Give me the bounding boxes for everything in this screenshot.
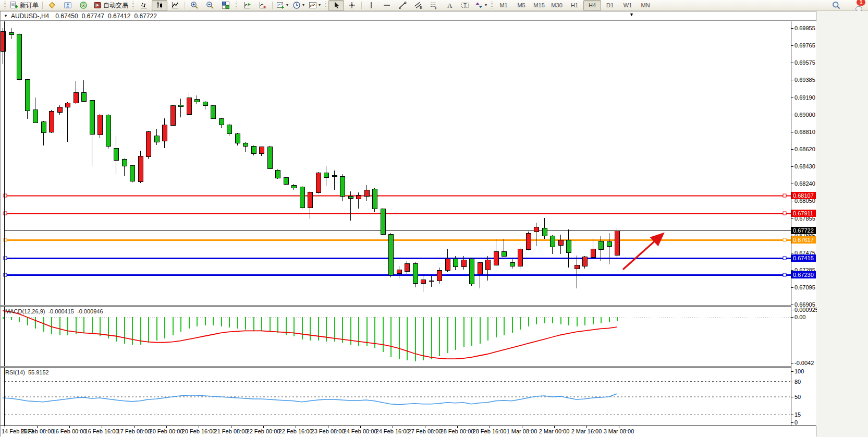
axis-tick [791,28,793,29]
signals-icon [79,1,88,9]
new-chart-button[interactable]: ▾ [274,0,290,11]
chart-shift-marker-icon[interactable]: ▼ [629,13,634,17]
time-label: 21 Feb 08:00 [214,428,248,434]
time-label: 24 Feb 00:00 [344,428,377,434]
timeframe-m15-button[interactable]: M15 [530,0,548,11]
search-button[interactable] [828,0,844,11]
ohlc-high: 0.67747 [82,13,104,20]
chart-bars-button[interactable] [136,0,152,11]
chart-candles-icon [155,1,164,9]
chevron-down-icon: ▾ [485,3,487,7]
horizontal-line-button[interactable] [379,0,395,11]
axis-tick [791,270,793,271]
macd-value-signal: -0.000946 [77,308,103,314]
ohlc-low: 0.67412 [108,13,130,20]
axis-tick-label: 100 [794,368,804,374]
time-label: 28 Feb 16:00 [473,428,507,434]
hline-price-badge: 0.67911 [791,210,816,217]
time-label: 1 Mar 08:00 [507,428,537,434]
new-order-label: 新订单 [20,1,39,10]
timeframe-w1-button[interactable]: W1 [619,0,637,11]
hline-0.67415[interactable] [4,257,791,260]
macd-name: MACD(12,26,9) [5,308,45,314]
timeframe-m5-button[interactable]: M5 [512,0,530,11]
market-gold-button[interactable] [44,0,60,11]
timeframe-m30-button[interactable]: M30 [548,0,566,11]
arrow-objects-button[interactable]: ▾ [473,0,489,11]
timeframe-h4-button[interactable]: H4 [583,0,601,11]
time-label: 20 Feb 16:00 [182,428,216,434]
time-axis[interactable]: 14 Feb 202315 Feb 08:0016 Feb 00:0016 Fe… [1,426,816,437]
time-label: 27 Feb 08:00 [408,428,442,434]
community-button[interactable] [60,0,76,11]
chart-shift-button[interactable] [239,0,255,11]
rsi-value: 55.9152 [28,369,49,375]
templates-button[interactable]: ▾ [307,0,323,11]
ohlc-open: 0.67450 [55,13,78,20]
trendline-button[interactable] [395,0,410,11]
templates-icon [309,1,317,9]
fibonacci-button[interactable]: F [426,0,442,11]
time-label: 16 Feb 16:00 [85,428,119,434]
timeframe-h1-button[interactable]: H1 [566,0,583,11]
macd-histogram [3,317,617,361]
hline-price-badge: 0.67617 [791,236,816,244]
hline-0.68107[interactable] [4,194,791,197]
price-pane[interactable] [1,21,791,305]
timeframe-buttons: M1M5M15M30H1H4D1W1MN [495,0,654,11]
signals-button[interactable] [76,0,91,11]
axis-tick-label: 0.69385 [794,77,815,83]
zoom-out-button[interactable] [202,0,218,11]
svg-text:E: E [420,6,422,9]
toolbar-grip [132,2,134,9]
equidistant-channel-button[interactable]: E [410,0,426,11]
chart-line-button[interactable] [167,0,183,11]
text-button[interactable]: A [442,0,457,11]
macd-pane[interactable] [1,307,791,366]
chart-candles-button[interactable] [152,0,167,11]
rsi-name: RSI(14) [5,369,25,375]
axis-tick [791,422,793,423]
symbol-dropdown-icon[interactable]: ▼ [4,14,8,18]
notifications-button[interactable]: 1 [847,0,863,11]
axis-tick [791,45,793,46]
toolbar-grip [325,2,326,9]
new-order-button[interactable]: 新订单 [8,0,41,11]
crosshair-button[interactable] [344,0,360,11]
axis-tick [791,397,793,397]
zoom-out-icon [206,1,214,9]
hline-0.67911[interactable] [4,212,791,215]
toolbar-buttons: 新订单自动交易▾▾▾EFAT▾ [2,0,495,11]
current-price-badge: 0.67722 [791,227,816,234]
trendline-icon [398,1,407,9]
vertical-line-button[interactable] [363,0,379,11]
timeframe-d1-button[interactable]: D1 [601,0,619,11]
axis-tick-label: 0.68430 [794,163,815,169]
toolbar-separator [185,2,185,9]
time-label: 23 Feb 08:00 [311,428,345,434]
time-label: 20 Feb 00:00 [150,428,184,434]
chevron-down-icon: ▾ [319,3,321,7]
time-label: 22 Feb 00:00 [247,428,280,434]
cursor-button[interactable] [328,0,344,11]
text-label-button[interactable]: T [457,0,473,11]
svg-text:A: A [447,2,453,9]
periods-list-button[interactable]: ▾ [290,0,307,11]
hline-0.67617[interactable] [4,238,791,241]
timeframe-mn-button[interactable]: MN [637,0,654,11]
hline-0.67230[interactable] [4,273,791,276]
ohlc-close: 0.67722 [134,13,156,20]
zoom-in-button[interactable] [187,0,202,11]
auto-trading-button[interactable]: 自动交易 [91,0,130,11]
timeframe-m1-button[interactable]: M1 [495,0,512,11]
axis-tick-label: 0.69575 [794,59,815,66]
axis-tick [791,287,793,288]
tile-windows-button[interactable] [218,0,234,11]
tile-windows-icon [222,1,230,9]
gold-icon [48,1,56,9]
chart-shift-icon [243,1,251,9]
arrow-objects-icon [475,1,483,9]
rsi-pane[interactable] [1,368,791,426]
auto-scroll-button[interactable] [255,0,271,11]
auto-scroll-icon [259,1,267,9]
